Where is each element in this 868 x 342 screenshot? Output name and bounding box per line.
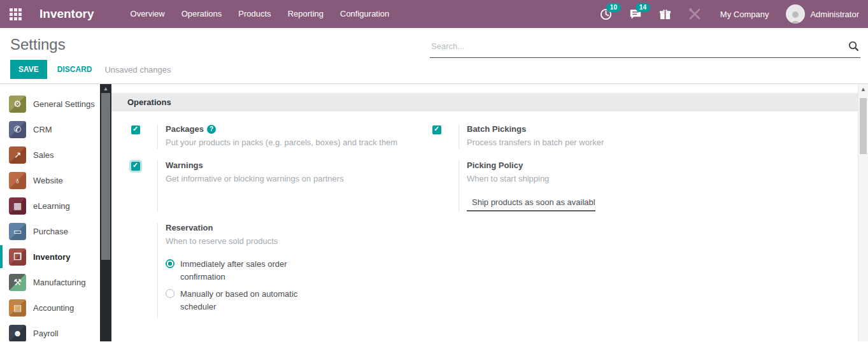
warnings-checkbox[interactable] bbox=[131, 162, 140, 171]
reservation-radio-group: Immediately after sales order confirmati… bbox=[166, 258, 432, 314]
messages-icon[interactable]: 14 bbox=[629, 8, 642, 20]
search-icon[interactable] bbox=[848, 41, 859, 52]
unsaved-changes-label: Unsaved changes bbox=[104, 65, 171, 75]
sidebar-item-label: Website bbox=[33, 176, 63, 185]
manufacturing-app-icon: ⚒ bbox=[9, 274, 26, 291]
picking-policy-description: When to start shipping bbox=[467, 173, 858, 185]
gift-glyph bbox=[659, 8, 671, 20]
menu-reporting[interactable]: Reporting bbox=[280, 0, 332, 28]
sales-app-icon: ↗ bbox=[9, 146, 26, 164]
batch-pickings-checkbox[interactable] bbox=[432, 125, 441, 134]
radio-option-manually[interactable]: Manually or based on automatic scheduler bbox=[166, 288, 432, 313]
radio-selected-icon[interactable] bbox=[166, 259, 174, 268]
menu-products[interactable]: Products bbox=[230, 0, 279, 28]
sidebar-item-sales[interactable]: ↗ Sales bbox=[0, 142, 100, 167]
grid-icon bbox=[10, 8, 22, 20]
activity-icon[interactable]: 10 bbox=[600, 8, 612, 20]
elearning-app-icon: ▦ bbox=[9, 197, 26, 215]
sidebar-scrollbar-thumb[interactable] bbox=[101, 93, 110, 260]
scroll-up-icon[interactable]: ▲ bbox=[100, 84, 111, 93]
menu-overview[interactable]: Overview bbox=[122, 0, 173, 28]
page-title: Settings bbox=[10, 36, 66, 53]
reservation-label: Reservation bbox=[166, 223, 432, 232]
sidebar-item-label: CRM bbox=[33, 125, 52, 134]
person-icon bbox=[788, 10, 803, 24]
general-settings-app-icon: ⚙ bbox=[9, 96, 26, 113]
sidebar-item-payroll[interactable]: ☻ Payroll bbox=[0, 320, 100, 341]
setting-picking-policy: Picking Policy When to start shipping Sh… bbox=[432, 160, 858, 211]
menu-operations[interactable]: Operations bbox=[173, 0, 231, 28]
sidebar-item-label: Manufacturing bbox=[33, 278, 85, 287]
sidebar-item-purchase[interactable]: ▭ Purchase bbox=[0, 218, 100, 244]
empty-cell bbox=[432, 223, 858, 329]
packages-label: Packages? bbox=[166, 124, 432, 134]
packages-label-text: Packages bbox=[166, 124, 204, 134]
settings-grid: Packages? Put your products in packs (e.… bbox=[111, 111, 858, 329]
sidebar-scrollbar[interactable]: ▲ bbox=[100, 84, 111, 341]
settings-content: Operations Packages? Put your products i… bbox=[111, 84, 858, 341]
sidebar-item-manufacturing[interactable]: ⚒ Manufacturing bbox=[0, 269, 100, 295]
batch-pickings-label: Batch Pickings bbox=[467, 124, 858, 134]
section-header-operations: Operations bbox=[111, 93, 858, 111]
setting-warnings: Warnings Get informative or blocking war… bbox=[131, 160, 432, 211]
sidebar-item-label: Accounting bbox=[33, 303, 74, 313]
messages-badge: 14 bbox=[636, 3, 650, 12]
purchase-app-icon: ▭ bbox=[9, 223, 26, 240]
sidebar-item-elearning[interactable]: ▦ eLearning bbox=[0, 193, 100, 218]
help-icon[interactable]: ? bbox=[207, 125, 216, 134]
sidebar-item-website[interactable]: ♁ Website bbox=[0, 167, 100, 193]
navbar-right: 10 14 My Company bbox=[583, 4, 868, 24]
company-switcher[interactable]: My Company bbox=[720, 10, 769, 19]
packages-checkbox[interactable] bbox=[131, 125, 140, 134]
sidebar-item-inventory[interactable]: ❒ Inventory bbox=[0, 244, 100, 269]
sidebar-item-label: Inventory bbox=[33, 252, 71, 262]
apps-menu-icon[interactable] bbox=[0, 0, 31, 28]
main-scrollbar[interactable]: ▲ bbox=[858, 84, 868, 341]
main-scrollbar-thumb[interactable] bbox=[860, 98, 867, 154]
sidebar-item-label: Purchase bbox=[33, 227, 68, 236]
picking-policy-select[interactable]: Ship products as soon as available bbox=[467, 195, 595, 211]
setting-packages: Packages? Put your products in packs (e.… bbox=[131, 124, 432, 149]
packages-description: Put your products in packs (e.g. parcels… bbox=[166, 137, 432, 149]
gift-icon[interactable] bbox=[659, 8, 671, 20]
search-bar bbox=[430, 36, 860, 58]
radio-option-label: Immediately after sales order confirmati… bbox=[180, 258, 308, 283]
menu-configuration[interactable]: Configuration bbox=[332, 0, 397, 28]
main-menu: Overview Operations Products Reporting C… bbox=[122, 0, 398, 28]
scroll-up-icon[interactable]: ▲ bbox=[858, 84, 868, 96]
sidebar-item-label: Sales bbox=[33, 150, 54, 160]
discard-button[interactable]: DISCARD bbox=[57, 65, 92, 74]
reservation-description: When to reserve sold products bbox=[166, 236, 432, 248]
save-button[interactable]: SAVE bbox=[10, 60, 47, 79]
tools-icon[interactable] bbox=[688, 8, 701, 20]
setting-batch-pickings: Batch Pickings Process transfers in batc… bbox=[432, 124, 858, 149]
activity-badge: 10 bbox=[606, 3, 621, 12]
warnings-description: Get informative or blocking warnings on … bbox=[166, 173, 432, 185]
user-avatar[interactable] bbox=[786, 4, 805, 24]
setting-reservation: Reservation When to reserve sold product… bbox=[131, 223, 432, 318]
sidebar-item-crm[interactable]: ✆ CRM bbox=[0, 117, 100, 142]
sidebar-item-label: General Settings bbox=[33, 99, 95, 109]
sidebar-item-accounting[interactable]: ▤ Accounting bbox=[0, 295, 100, 320]
warnings-label: Warnings bbox=[166, 160, 432, 170]
user-menu[interactable]: Administrator bbox=[810, 10, 859, 19]
settings-sidebar: ⚙ General Settings ✆ CRM ↗ Sales ♁ Websi… bbox=[0, 84, 100, 341]
crm-app-icon: ✆ bbox=[9, 121, 26, 138]
crossed-tools-glyph bbox=[688, 8, 701, 20]
picking-policy-label: Picking Policy bbox=[467, 160, 858, 170]
sidebar-item-label: Payroll bbox=[33, 329, 59, 338]
payroll-app-icon: ☻ bbox=[9, 325, 26, 342]
radio-unselected-icon[interactable] bbox=[166, 289, 174, 298]
top-navbar: Inventory Overview Operations Products R… bbox=[0, 0, 868, 28]
cp-buttons: SAVE DISCARD Unsaved changes bbox=[10, 60, 171, 79]
sidebar-item-label: eLearning bbox=[33, 201, 70, 211]
search-input[interactable] bbox=[431, 41, 848, 51]
batch-pickings-description: Process transfers in batch per worker bbox=[467, 137, 858, 149]
radio-option-label: Manually or based on automatic scheduler bbox=[180, 288, 308, 313]
radio-option-immediately[interactable]: Immediately after sales order confirmati… bbox=[166, 258, 432, 283]
app-title[interactable]: Inventory bbox=[39, 7, 94, 21]
website-app-icon: ♁ bbox=[9, 172, 26, 189]
workspace: ⚙ General Settings ✆ CRM ↗ Sales ♁ Websi… bbox=[0, 84, 868, 341]
sidebar-item-general-settings[interactable]: ⚙ General Settings bbox=[0, 91, 100, 117]
accounting-app-icon: ▤ bbox=[9, 299, 26, 317]
